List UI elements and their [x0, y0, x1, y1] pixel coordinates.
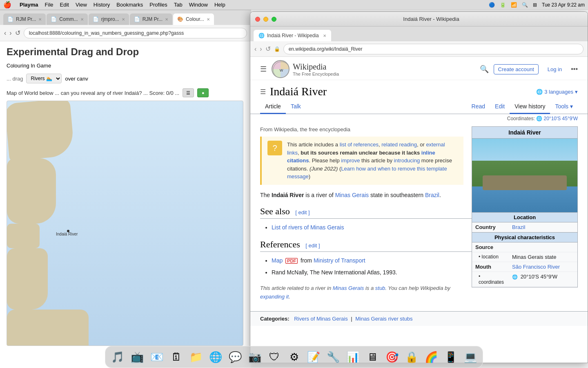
wiki-search-button[interactable]: 🔍 — [480, 65, 489, 74]
dock-calendar[interactable]: 🗓 — [167, 348, 185, 366]
minimize-button[interactable] — [263, 17, 268, 22]
references-edit-link[interactable]: [ edit ] — [305, 242, 320, 249]
tab-close[interactable]: ✕ — [38, 17, 42, 22]
fullscreen-button[interactable] — [272, 17, 276, 22]
map-button-1[interactable]: ☰ — [183, 88, 194, 97]
expanding-link[interactable]: expanding it — [260, 294, 289, 300]
close-button[interactable] — [255, 17, 260, 22]
dock-photos[interactable]: 📷 — [246, 348, 264, 366]
dock-charts[interactable]: 📊 — [344, 348, 362, 366]
menu-history[interactable]: History — [94, 2, 110, 8]
category-rivers-link[interactable]: Rivers of Minas Gerais — [294, 316, 347, 322]
tab-talk[interactable]: Talk — [286, 100, 306, 114]
menu-help[interactable]: Help — [214, 2, 225, 8]
tab-close[interactable]: ✕ — [207, 17, 210, 22]
dock-settings[interactable]: ⚙ — [285, 348, 303, 366]
background-browser: 📄 RJM Pr... ✕ 📄 Comm... ✕ 📄 rjmpro... ✕ … — [0, 10, 251, 368]
tab-5-active[interactable]: 🎨 Colour... ✕ — [173, 13, 214, 25]
infobox-country-val[interactable]: Brazil — [509, 222, 529, 232]
dock-mail[interactable]: 📧 — [148, 348, 166, 366]
tab-close[interactable]: ✕ — [165, 17, 168, 22]
tab-3[interactable]: 📄 rjmpro... ✕ — [89, 13, 129, 25]
minas-gerais-link[interactable]: Minas Gerais — [335, 192, 369, 198]
menu-view[interactable]: View — [76, 2, 87, 8]
dock-colors[interactable]: 🌈 — [422, 348, 440, 366]
menu-tab[interactable]: Tab — [174, 2, 183, 8]
brazil-link[interactable]: Brazil — [425, 192, 439, 198]
ministry-link[interactable]: Ministry of Transport — [314, 257, 365, 264]
back-button[interactable]: ‹ — [4, 29, 6, 37]
tab-2[interactable]: 📄 Comm... ✕ — [47, 13, 87, 25]
hamburger-menu[interactable]: ☰ — [260, 65, 267, 74]
menu-bookmarks[interactable]: Bookmarks — [116, 2, 143, 8]
menu-file[interactable]: File — [45, 2, 53, 8]
language-button[interactable]: 🌐 3 languages ▾ — [536, 89, 578, 95]
map-button-2[interactable]: ● — [197, 88, 209, 97]
wiki-forward-button[interactable]: › — [260, 45, 262, 53]
wiki-content-area[interactable]: ☰ W Wikipedia The Free Encyclopedia 🔍 Cr… — [250, 57, 588, 363]
wiki-reload-button[interactable]: ↺ — [265, 45, 271, 53]
dock-notes[interactable]: 📝 — [305, 348, 323, 366]
improve-link[interactable]: improve — [341, 157, 360, 164]
address-bar: ‹ › ↺ — [0, 25, 251, 41]
infobox-mouth-val[interactable]: São Francisco River — [509, 262, 563, 272]
see-also-edit-link[interactable]: [ edit ] — [295, 209, 310, 215]
tab-close[interactable]: ✕ — [122, 17, 125, 22]
login-button[interactable]: Log in — [543, 65, 566, 74]
wiki-tab-close[interactable]: ✕ — [323, 34, 326, 38]
tab-tools[interactable]: Tools ▾ — [550, 100, 578, 114]
menu-window[interactable]: Window — [189, 2, 208, 8]
minas-gerais-stub-link[interactable]: Minas Gerais — [333, 285, 364, 291]
tab-close[interactable]: ✕ — [80, 17, 84, 22]
dock-phone[interactable]: 📱 — [442, 348, 460, 366]
toc-icon[interactable]: ☰ — [260, 88, 266, 96]
tab-article[interactable]: Article — [260, 100, 286, 114]
apple-menu[interactable]: 🍎 — [3, 1, 11, 9]
tab-edit[interactable]: Edit — [490, 100, 510, 114]
tab-read[interactable]: Read — [467, 100, 490, 114]
dock-target[interactable]: 🎯 — [383, 348, 401, 366]
category-stubs-link[interactable]: Minas Gerais river stubs — [355, 316, 412, 322]
dock-safari[interactable]: 🌐 — [207, 348, 225, 366]
list-of-references-link[interactable]: list of references — [340, 141, 379, 148]
wiki-back-button[interactable]: ‹ — [254, 45, 256, 53]
dock-tv[interactable]: 📺 — [128, 348, 146, 366]
search-icon[interactable]: 🔍 — [522, 2, 528, 8]
wiki-active-tab[interactable]: 🌐 Indaiá River - Wikipedia ✕ — [254, 30, 331, 41]
bluetooth-icon[interactable]: 🔵 — [489, 2, 495, 8]
control-center-icon[interactable]: ⊞ — [533, 2, 537, 8]
wiki-logo[interactable]: W Wikipedia The Free Encyclopedia — [272, 60, 339, 78]
rivers-minas-link[interactable]: List of rivers of Minas Gerais — [272, 224, 344, 231]
stub-link[interactable]: stub — [375, 285, 385, 291]
rivers-select[interactable]: Rivers 🏊 — [26, 74, 62, 83]
map-link[interactable]: Map — [272, 257, 283, 264]
dock-tools[interactable]: 🔧 — [324, 348, 342, 366]
reload-button[interactable]: ↺ — [15, 29, 20, 37]
coordinates-link[interactable]: 20°10′S 45°9′W — [544, 116, 578, 121]
dock-laptop[interactable]: 💻 — [461, 348, 479, 366]
tab-view-history[interactable]: View history — [510, 100, 550, 114]
battery-icon[interactable]: 🔋 — [500, 2, 506, 8]
wiki-url-input[interactable] — [283, 44, 584, 54]
menu-profiles[interactable]: Profiles — [149, 2, 167, 8]
more-options-button[interactable]: ••• — [571, 65, 578, 73]
warning-text: This article includes a list of referenc… — [287, 141, 458, 181]
clock: Tue 23 Apr 9:22 am — [542, 2, 585, 8]
app-name[interactable]: Playma — [20, 2, 38, 8]
menu-edit[interactable]: Edit — [60, 2, 69, 8]
dock-display[interactable]: 🖥 — [363, 348, 381, 366]
create-account-button[interactable]: Create account — [494, 64, 539, 74]
tab-1[interactable]: 📄 RJM Pr... ✕ — [3, 13, 46, 25]
map-area[interactable]: Indaiá River — [7, 101, 243, 346]
dock-finder[interactable]: 📁 — [187, 348, 205, 366]
url-input[interactable] — [24, 28, 247, 38]
wifi-icon[interactable]: 📶 — [511, 2, 517, 8]
dock-lock[interactable]: 🔒 — [403, 348, 421, 366]
dock-security[interactable]: 🛡 — [265, 348, 283, 366]
introducing-link[interactable]: introducing — [394, 157, 420, 164]
forward-button[interactable]: › — [9, 29, 11, 37]
related-reading-link[interactable]: related reading — [381, 141, 417, 148]
dock-music[interactable]: 🎵 — [109, 348, 127, 366]
tab-4[interactable]: 📄 RJM Pr... ✕ — [130, 13, 172, 25]
dock-messages[interactable]: 💬 — [226, 348, 244, 366]
